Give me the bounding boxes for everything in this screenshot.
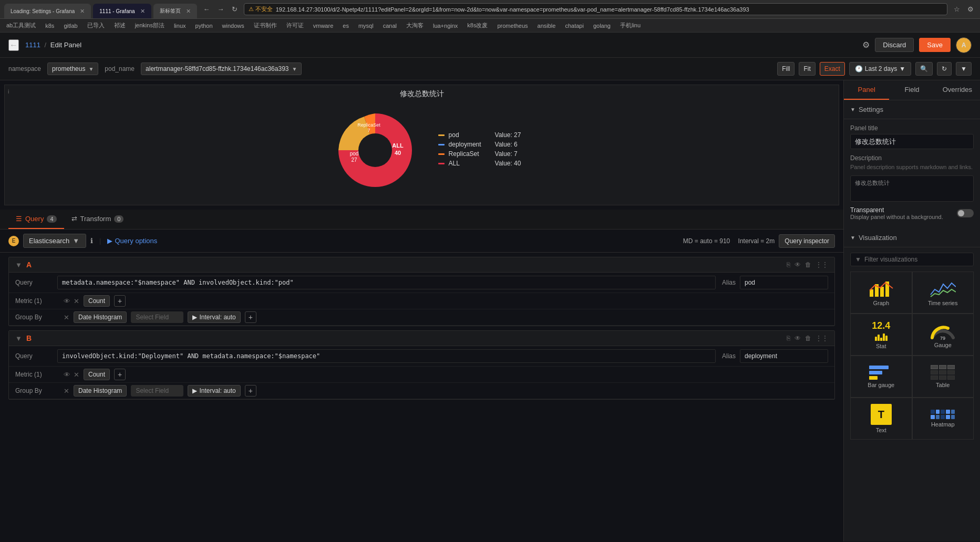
eye-icon-b[interactable]: 👁 (795, 335, 801, 342)
delete-icon-a[interactable]: 🗑 (805, 261, 811, 268)
bookmark-prometheus[interactable]: prometheus (494, 22, 531, 30)
delete-icon-b[interactable]: 🗑 (805, 335, 811, 342)
groupby-date-histogram-a[interactable]: Date Histogram (74, 311, 127, 323)
bookmark-k8s[interactable]: k8s (42, 22, 57, 30)
forward-button[interactable]: → (215, 4, 226, 14)
tab-field[interactable]: Field (889, 80, 934, 100)
search-button[interactable]: 🔍 (915, 62, 933, 76)
bookmark-chatapi[interactable]: chatapi (562, 22, 586, 30)
groupby-select-field-a[interactable]: Select Field (131, 311, 183, 323)
groupby-select-field-b[interactable]: Select Field (131, 385, 183, 397)
tab-1-close[interactable]: ✕ (80, 8, 85, 15)
copy-icon-a[interactable]: ⎘ (787, 261, 790, 268)
viz-stat[interactable]: 12.4 Stat (850, 314, 912, 356)
exact-button[interactable]: Exact (820, 62, 845, 76)
bookmark-python[interactable]: python (192, 22, 216, 30)
dashboard-title[interactable]: 1111 (25, 41, 40, 49)
bookmark-canal[interactable]: canal (380, 22, 400, 30)
viz-table[interactable]: Table (912, 356, 974, 398)
viz-text[interactable]: T Text (850, 398, 912, 440)
query-inspector-button[interactable]: Query inspector (779, 234, 835, 248)
bookmark-lua[interactable]: lua+nginx (430, 22, 461, 30)
alias-input-a[interactable] (740, 276, 828, 289)
viz-heatmap[interactable]: Heatmap (912, 398, 974, 440)
query-block-a-header[interactable]: ▼ A ⎘ 👁 🗑 ⋮⋮ (9, 257, 834, 273)
drag-icon-a[interactable]: ⋮⋮ (816, 261, 828, 268)
groupby-delete-a[interactable]: ✕ (64, 314, 69, 321)
app-back-button[interactable]: ← (8, 39, 19, 51)
extensions-button[interactable]: ⚙ (965, 4, 976, 14)
bookmark-es[interactable]: es (339, 22, 352, 30)
viz-graph[interactable]: Graph (850, 272, 912, 314)
transform-tab[interactable]: ⇄ Transform 0 (64, 210, 131, 229)
query-tab[interactable]: ☰ Query 4 (8, 210, 64, 229)
metric-count-a[interactable]: Count (84, 295, 110, 307)
bookmark-mysql[interactable]: mysql (355, 22, 377, 30)
tab-3-close[interactable]: ✕ (186, 8, 191, 15)
metric-count-b[interactable]: Count (84, 369, 110, 380)
groupby-interval-b[interactable]: ▶ Interval: auto (188, 385, 240, 397)
tab-panel[interactable]: Panel (844, 80, 889, 100)
drag-icon-b[interactable]: ⋮⋮ (816, 335, 828, 342)
bookmark-taobao[interactable]: 大淘客 (403, 20, 427, 30)
description-textarea[interactable]: 修改总数统计 (850, 175, 974, 202)
time-range-picker[interactable]: 🕐 Last 2 days ▼ (849, 62, 911, 76)
alias-input-b[interactable] (740, 349, 828, 363)
viz-bar-gauge[interactable]: Bar gauge (850, 356, 912, 398)
discard-button[interactable]: Discard (875, 38, 914, 52)
query-input-a[interactable] (57, 276, 716, 289)
groupby-add-button-b[interactable]: + (245, 385, 256, 397)
bookmark-windows[interactable]: windows (219, 22, 247, 30)
visualization-section-header[interactable]: ▼ Visualization (844, 228, 980, 247)
bookmark-gitlab[interactable]: gitlab (60, 22, 80, 30)
groupby-interval-a[interactable]: ▶ Interval: auto (188, 311, 240, 323)
viz-filter-input[interactable] (864, 256, 969, 263)
bookmark-golang[interactable]: golang (590, 22, 614, 30)
refresh-button[interactable]: ↻ (937, 62, 952, 76)
bookmark-qishu[interactable]: 祁述 (111, 20, 129, 30)
settings-section-header[interactable]: ▼ Settings (844, 100, 980, 119)
query-info-button[interactable]: ℹ (90, 237, 93, 245)
metric-add-button-b[interactable]: + (114, 369, 126, 380)
metric-eye-a[interactable]: 👁 (64, 297, 70, 305)
groupby-date-histogram-b[interactable]: Date Histogram (74, 385, 127, 397)
browser-tab-2[interactable]: 1111 - Grafana ✕ (93, 4, 151, 18)
refresh-interval-button[interactable]: ▼ (956, 62, 972, 76)
groupby-add-button-a[interactable]: + (245, 311, 256, 323)
fill-button[interactable]: Fill (777, 62, 795, 76)
copy-icon-b[interactable]: ⎘ (787, 335, 790, 342)
tab-overrides[interactable]: Overrides (935, 80, 980, 100)
query-input-b[interactable] (57, 349, 716, 363)
panel-title-input[interactable] (850, 134, 974, 149)
save-button[interactable]: Save (919, 38, 951, 52)
bookmark-license[interactable]: 许可证 (283, 20, 307, 30)
bookmark-ab[interactable]: ab工具测试 (3, 20, 39, 30)
query-options-button[interactable]: ▶ Query options (107, 237, 157, 245)
user-avatar-button[interactable]: A (956, 37, 972, 53)
back-button[interactable]: ← (201, 4, 212, 14)
bookmark-mobile[interactable]: 手机linu (617, 20, 644, 30)
metric-eye-b[interactable]: 👁 (64, 371, 70, 379)
tab-2-close[interactable]: ✕ (140, 8, 145, 15)
bookmark-linux[interactable]: linux (171, 22, 189, 30)
bookmark-imported[interactable]: 已导入 (84, 20, 108, 30)
pod-name-select[interactable]: alertmanager-58ffd7cd85-ffzhk.1734e146ac… (141, 62, 302, 75)
panel-settings-button[interactable]: ⚙ (862, 40, 870, 50)
datasource-select[interactable]: Elasticsearch ▼ (23, 234, 86, 248)
eye-icon-a[interactable]: 👁 (795, 261, 801, 268)
metric-delete-b[interactable]: ✕ (74, 371, 79, 379)
transparent-toggle[interactable] (957, 209, 974, 217)
bookmark-vmware[interactable]: vmware (310, 22, 337, 30)
refresh-button[interactable]: ↻ (230, 4, 240, 14)
viz-gauge[interactable]: 79 Gauge (912, 314, 974, 356)
bookmark-ansible[interactable]: ansible (534, 22, 559, 30)
browser-tab-3[interactable]: 新标签页 ✕ (153, 4, 197, 18)
bookmark-cert[interactable]: 证书制作 (251, 20, 280, 30)
metric-delete-a[interactable]: ✕ (74, 297, 79, 305)
groupby-delete-b[interactable]: ✕ (64, 387, 69, 395)
bookmark-jenkins[interactable]: jenkins部法 (132, 20, 168, 30)
url-bar[interactable]: ⚠ 不安全 192.168.14.27:30100/d/2-Npetp4z/11… (244, 3, 947, 15)
fit-button[interactable]: Fit (799, 62, 815, 76)
bookmark-button[interactable]: ☆ (952, 4, 962, 14)
viz-time-series[interactable]: Time series (912, 272, 974, 314)
